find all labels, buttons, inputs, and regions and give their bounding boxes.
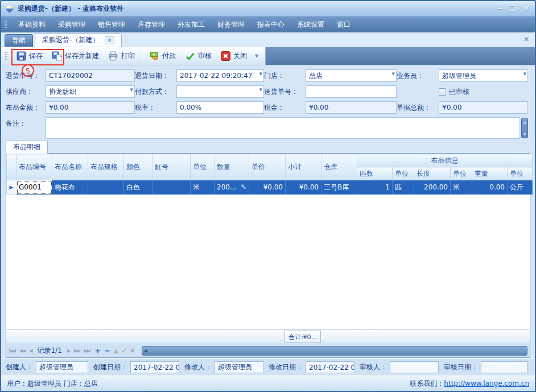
chevron-down-icon[interactable]: ▼ xyxy=(523,72,526,76)
audit-button[interactable]: 审核 xyxy=(180,49,216,63)
nav-last-button[interactable]: ▶▶| xyxy=(84,348,90,353)
chevron-down-icon[interactable]: ▼ xyxy=(130,88,133,92)
cell-unit[interactable]: 米 xyxy=(191,180,215,195)
col-header-length[interactable]: 长度 xyxy=(414,167,451,180)
create-date-field: 2017-02-22 09 xyxy=(130,361,179,373)
nav-edit-button[interactable]: ▲ xyxy=(114,348,118,354)
cell-spec[interactable] xyxy=(88,180,124,195)
cell-weight-unit[interactable]: 公斤 xyxy=(508,180,533,195)
remark-row: ▲ ▼ xyxy=(46,117,528,139)
col-header-weight-unit[interactable]: 单位 xyxy=(508,167,533,180)
print-button[interactable]: 打印 xyxy=(104,49,139,63)
salesman-field[interactable]: 超级管理员▼ xyxy=(439,69,528,82)
col-header-color[interactable]: 颜色 xyxy=(124,154,152,180)
detail-tab-row: 布品明细 xyxy=(1,140,535,153)
menu-item-purchase[interactable]: 采购管理 xyxy=(52,18,92,32)
close-all-tabs-icon[interactable]: ✕ xyxy=(523,35,529,43)
col-header-qty[interactable]: 数量 xyxy=(215,154,249,180)
cell-name[interactable]: 梅花布 xyxy=(52,180,88,195)
detail-table: 布品编号 布品名称 布品规格 颜色 缸号 单位 数量 单价 小计 仓库 布品信息… xyxy=(6,154,533,195)
website-link[interactable]: http://www.lange.com.cn xyxy=(444,379,529,387)
chevron-down-icon[interactable]: ▼ xyxy=(392,72,395,76)
cell-length-unit[interactable]: 米 xyxy=(451,180,472,195)
cell-color[interactable]: 白色 xyxy=(124,180,152,195)
menu-item-finance[interactable]: 财务管理 xyxy=(211,18,251,32)
col-header-name[interactable]: 布品名称 xyxy=(52,154,88,180)
close-form-button[interactable]: 关闭 xyxy=(216,49,251,63)
save-button[interactable]: 保存 xyxy=(12,49,47,63)
supplier-field[interactable]: 协龙纺织▼ xyxy=(46,85,135,98)
table-row[interactable]: ▶ G0001 梅花布 白色 米 ✎200... ¥0.00 ¥0.00 三号B… xyxy=(7,180,533,195)
save-and-new-button[interactable]: 保存并新建 xyxy=(47,49,104,63)
tab-close-icon[interactable]: ✕ xyxy=(105,36,114,44)
menu-item-outsourcing[interactable]: 外发加工 xyxy=(171,18,211,32)
toolbar-dropdown-icon[interactable]: ▼ xyxy=(251,53,262,59)
menu-item-inventory[interactable]: 库存管理 xyxy=(131,18,171,32)
audited-checkbox[interactable] xyxy=(439,88,446,96)
cell-subtotal[interactable]: ¥0.00 xyxy=(286,180,321,195)
delivery-no-field[interactable] xyxy=(306,85,397,98)
cell-pcs[interactable]: 1 xyxy=(357,180,393,195)
audit-info-bar: 创建人： 超级管理员 创建日期： 2017-02-22 09 修改人： 超级管理… xyxy=(1,358,535,376)
supplier-value: 协龙纺织 xyxy=(49,87,76,97)
col-header-vat[interactable]: 缸号 xyxy=(152,154,191,180)
menu-item-reports[interactable]: 报表中心 xyxy=(251,18,291,32)
nav-add-row-button[interactable]: + xyxy=(94,346,100,355)
return-date-field[interactable]: 2017-02-22 09:20:47▼ xyxy=(176,69,264,82)
user-store-info: 用户：超级管理员 门店：总店 xyxy=(7,379,98,389)
col-header-warehouse[interactable]: 仓库 xyxy=(321,154,357,180)
nav-delete-row-button[interactable]: − xyxy=(104,346,110,355)
cell-price[interactable]: ¥0.00 xyxy=(249,180,286,195)
col-header-spec[interactable]: 布品规格 xyxy=(88,154,124,180)
tab-fabric-detail-label: 布品明细 xyxy=(13,143,40,151)
remark-field[interactable] xyxy=(46,117,520,139)
minimize-button[interactable]: – xyxy=(498,5,501,13)
col-header-length-unit[interactable]: 单位 xyxy=(451,167,472,180)
col-header-pcs[interactable]: 匹数 xyxy=(357,167,393,180)
tab-fabric-detail[interactable]: 布品明细 xyxy=(6,140,48,154)
scroll-left-icon[interactable]: ◀ xyxy=(144,348,147,353)
nav-prev-page-button[interactable]: ◀◀ xyxy=(19,348,25,353)
cell-weight[interactable]: 0.00 xyxy=(472,180,508,195)
spin-down-icon[interactable]: ▼ xyxy=(523,132,526,136)
menu-grip xyxy=(5,20,7,29)
chevron-down-icon[interactable]: ▼ xyxy=(259,72,262,76)
cell-warehouse[interactable]: 三号B库 xyxy=(321,180,357,195)
nav-prev-button[interactable]: ◀ xyxy=(29,348,32,353)
maximize-button[interactable]: ❐ xyxy=(509,5,516,13)
money-hand-icon xyxy=(149,51,159,61)
cell-qty[interactable]: ✎200... xyxy=(215,180,249,195)
spin-up-icon[interactable]: ▲ xyxy=(523,120,526,124)
nav-next-page-button[interactable]: ▶▶ xyxy=(74,348,80,353)
tab-navigation[interactable]: 导航 xyxy=(5,34,33,47)
tax-rate-field[interactable]: 0.00% xyxy=(176,101,264,114)
cell-code[interactable]: G0001 xyxy=(17,180,52,195)
store-field[interactable]: 总店▼ xyxy=(306,69,397,82)
chevron-down-icon[interactable]: ▼ xyxy=(259,88,262,92)
horizontal-scrollbar[interactable]: ◀ xyxy=(142,346,527,356)
tab-purchase-return[interactable]: 采购退货-（新建） ✕ xyxy=(35,33,122,47)
menu-item-settings[interactable]: 系统设置 xyxy=(291,18,331,32)
menu-item-window[interactable]: 窗口 xyxy=(331,18,357,32)
cell-pcs-unit[interactable]: 匹 xyxy=(393,180,414,195)
audit-date-label: 审核日期： xyxy=(444,362,478,372)
remark-scroll-control[interactable]: ▲ ▼ xyxy=(521,118,528,138)
col-header-price[interactable]: 单价 xyxy=(249,154,286,180)
nav-next-button[interactable]: ▶ xyxy=(67,348,70,353)
nav-cancel-button[interactable]: ✖ xyxy=(130,348,134,354)
col-header-unit[interactable]: 单位 xyxy=(191,154,215,180)
pay-method-field[interactable]: ▼ xyxy=(176,85,264,98)
col-header-weight[interactable]: 重量 xyxy=(472,167,508,180)
payment-button[interactable]: 付款 xyxy=(145,49,180,63)
nav-post-button[interactable]: ✔ xyxy=(122,348,126,354)
col-header-subtotal[interactable]: 小计 xyxy=(286,154,321,180)
audit-button-label: 审核 xyxy=(198,51,212,61)
close-button[interactable]: ✕ xyxy=(523,5,529,13)
menu-item-sales[interactable]: 销售管理 xyxy=(92,18,131,32)
col-header-pcs-unit[interactable]: 单位 xyxy=(393,167,414,180)
nav-first-button[interactable]: |◀◀ xyxy=(9,348,15,353)
col-header-code[interactable]: 布品编号 xyxy=(17,154,52,180)
cell-length[interactable]: 200.00 xyxy=(414,180,451,195)
menu-item-basic-data[interactable]: 基础资料 xyxy=(12,18,52,32)
cell-vat[interactable] xyxy=(152,180,191,195)
